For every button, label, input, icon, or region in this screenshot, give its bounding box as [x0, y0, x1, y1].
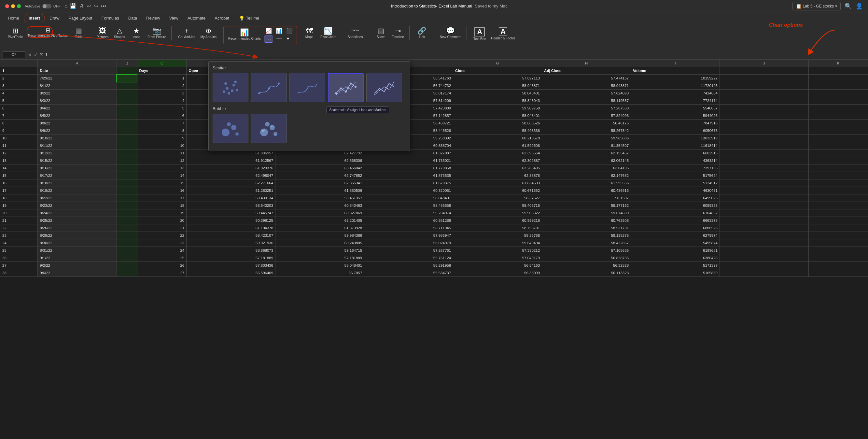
profile-icon[interactable]: 👤 — [856, 3, 863, 10]
cell-1-7[interactable]: 57.697113 — [453, 75, 542, 82]
cell-27-9[interactable]: 5165889 — [631, 269, 720, 277]
cell-15-0[interactable]: 16 — [0, 179, 38, 187]
cell-10-9[interactable]: 11618414 — [631, 142, 720, 149]
cell-7-2[interactable] — [117, 119, 137, 127]
cell-18-2[interactable] — [117, 202, 137, 209]
cell-18-1[interactable]: 8/23/22 — [38, 202, 117, 209]
tab-view[interactable]: View — [165, 14, 183, 23]
cell-22-0[interactable]: 23 — [0, 232, 38, 239]
cell-25-0[interactable]: 26 — [0, 254, 38, 262]
cell-17-4[interactable]: 59.430134 — [187, 195, 275, 202]
cell-4-11[interactable] — [808, 97, 868, 105]
home-icon[interactable]: ⌂ — [64, 3, 68, 9]
cell-8-2[interactable] — [117, 127, 137, 135]
insert-function-icon[interactable]: fx — [40, 52, 43, 57]
shapes-button[interactable]: △ Shapes — [112, 26, 127, 40]
cell-11-3[interactable]: 11 — [137, 149, 187, 157]
cell-5-9[interactable]: 5540837 — [631, 105, 720, 112]
scatter-straight-lines-markers-option[interactable]: Scatter with Straight Lines and Markers — [328, 73, 364, 102]
cell-16-8[interactable]: 60.436913 — [542, 187, 631, 195]
cell-27-0[interactable]: 28 — [0, 269, 38, 277]
recommended-pivottables-button[interactable]: ⊟ Recommended PivotTables — [26, 26, 70, 39]
cell-12-7[interactable]: 62.302887 — [453, 157, 542, 165]
cell-26-11[interactable] — [808, 262, 868, 269]
cell-20-5[interactable]: 62.201405 — [275, 217, 364, 224]
cell-23-6[interactable]: 58.024979 — [364, 239, 453, 247]
line-chart-button[interactable]: 〰 — [275, 35, 284, 43]
scatter-straight-lines-option[interactable] — [366, 73, 402, 102]
cell-8-3[interactable]: 8 — [137, 127, 187, 135]
new-comment-button[interactable]: 💬 New Comment — [438, 26, 463, 40]
cell-3-0[interactable]: 4 — [0, 90, 38, 97]
cell-12-3[interactable]: 12 — [137, 157, 187, 165]
cell-24-8[interactable]: 57.108685 — [542, 247, 631, 254]
cell-17-7[interactable]: 58.37627 — [453, 195, 542, 202]
cell-3-9[interactable]: 7414684 — [631, 90, 720, 97]
cell-14-2[interactable] — [117, 172, 137, 179]
cell-21-3[interactable]: 21 — [137, 224, 187, 232]
my-addins-button[interactable]: ⊕ My Add-ins — [198, 26, 218, 40]
cell-8-0[interactable]: 9 — [0, 127, 38, 135]
histogram-button[interactable]: 📊 — [275, 28, 284, 34]
cell-5-8[interactable]: 57.287533 — [542, 105, 631, 112]
cell-9-1[interactable]: 8/10/22 — [38, 135, 117, 142]
cell-7-0[interactable]: 8 — [0, 119, 38, 127]
cell-21-7[interactable]: 58.758781 — [453, 224, 542, 232]
cell-9-10[interactable] — [720, 135, 809, 142]
cell-0-0[interactable]: 1 — [0, 67, 38, 75]
cell-20-7[interactable]: 60.999218 — [453, 217, 542, 224]
cell-21-9[interactable]: 6886528 — [631, 224, 720, 232]
cell-13-5[interactable]: 63.466042 — [275, 165, 364, 172]
cell-0-1[interactable]: Date — [38, 67, 117, 75]
timeline-button[interactable]: ⊸ Timeline — [390, 26, 406, 40]
col-header-I[interactable]: I — [631, 60, 720, 67]
cell-6-8[interactable]: 57.824093 — [542, 112, 631, 119]
cell-14-9[interactable]: 5175624 — [631, 172, 720, 179]
cell-19-4[interactable]: 59.445747 — [187, 209, 275, 217]
cell-26-6[interactable]: 56.291958 — [364, 262, 453, 269]
redo-icon[interactable]: ↪ — [94, 3, 98, 9]
cell-14-8[interactable]: 62.147682 — [542, 172, 631, 179]
cell-8-10[interactable] — [720, 127, 809, 135]
cell-27-2[interactable] — [117, 269, 137, 277]
cell-24-4[interactable]: 58.868073 — [187, 247, 275, 254]
cell-22-11[interactable] — [808, 232, 868, 239]
table-button[interactable]: ▦ Table — [71, 26, 87, 40]
cell-1-1[interactable]: 7/29/22 — [38, 75, 117, 82]
get-addins-button[interactable]: + Get Add-ins — [176, 26, 197, 40]
cell-0-9[interactable]: Volume — [631, 67, 720, 75]
header-footer-button[interactable]: A Header & Footer — [489, 26, 517, 42]
cell-20-1[interactable]: 8/25/22 — [38, 217, 117, 224]
cell-22-9[interactable]: 6279974 — [631, 232, 720, 239]
cell-26-5[interactable]: 58.048401 — [275, 262, 364, 269]
col-header-C[interactable]: C — [137, 60, 187, 67]
cell-15-1[interactable]: 8/18/22 — [38, 179, 117, 187]
cell-5-1[interactable]: 8/4/22 — [38, 105, 117, 112]
cell-26-2[interactable] — [117, 262, 137, 269]
cell-17-5[interactable]: 59.461357 — [275, 195, 364, 202]
cell-21-6[interactable]: 58.711945 — [364, 224, 453, 232]
cell-12-8[interactable]: 62.062145 — [542, 157, 631, 165]
cell-25-8[interactable]: 56.828735 — [542, 254, 631, 262]
cell-18-6[interactable]: 58.485558 — [364, 202, 453, 209]
cell-6-7[interactable]: 58.048401 — [453, 112, 542, 119]
cell-24-2[interactable] — [117, 247, 137, 254]
link-button[interactable]: 🔗 Link — [414, 26, 430, 40]
cell-13-8[interactable]: 63.04195 — [542, 165, 631, 172]
cell-14-6[interactable]: 61.873535 — [364, 172, 453, 179]
cell-14-10[interactable] — [720, 172, 809, 179]
cell-4-2[interactable] — [117, 97, 137, 105]
cell-3-11[interactable] — [808, 90, 868, 97]
cell-11-7[interactable]: 62.396564 — [453, 149, 542, 157]
cell-17-9[interactable]: 6499025 — [631, 195, 720, 202]
cell-6-3[interactable]: 6 — [137, 112, 187, 119]
sparklines-button[interactable]: 〰 Sparklines — [346, 26, 365, 40]
cell-10-11[interactable] — [808, 142, 868, 149]
cell-20-8[interactable]: 60.763508 — [542, 217, 631, 224]
cell-18-8[interactable]: 59.177162 — [542, 202, 631, 209]
cell-13-3[interactable]: 13 — [137, 165, 187, 172]
cell-11-1[interactable]: 8/12/22 — [38, 149, 117, 157]
cell-4-1[interactable]: 8/3/22 — [38, 97, 117, 105]
pivotchart-button[interactable]: 📉 PivotChart — [318, 26, 338, 40]
cell-6-0[interactable]: 7 — [0, 112, 38, 119]
